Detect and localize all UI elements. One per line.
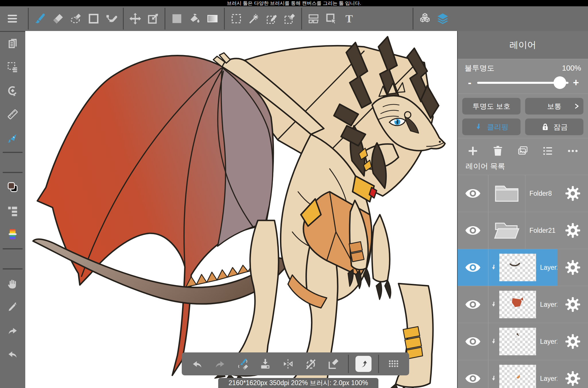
canvas[interactable]: 2160*1620px 350dpi 202% 브러시: 2.0px 100% <box>25 31 457 388</box>
sidebar-color-bar-button[interactable] <box>0 222 25 246</box>
quick-pointer-button[interactable] <box>355 356 372 372</box>
sidebar-rotate-canvas-button[interactable] <box>0 79 25 102</box>
visibility-toggle[interactable] <box>458 212 488 249</box>
blend-mode-label: 보통 <box>547 102 562 111</box>
tool-text-button[interactable]: T <box>340 6 358 31</box>
delete-layer-button[interactable] <box>490 143 506 159</box>
pages-icon <box>6 37 19 50</box>
tool-object-select-button[interactable] <box>322 6 340 31</box>
layer-thumbnail[interactable] <box>499 254 536 281</box>
layer-name: Layer24 <box>540 338 557 346</box>
lock-button[interactable]: 잠금 <box>525 119 583 135</box>
sidebar-undo-button[interactable] <box>0 342 25 366</box>
tool-select-pen-button[interactable] <box>263 6 281 31</box>
tool-magic-wand-button[interactable] <box>245 6 263 31</box>
layer-row[interactable]: Folder8 <box>458 175 588 212</box>
floating-toolbar-separator <box>348 355 349 373</box>
add-layer-button[interactable] <box>465 143 481 159</box>
layer-row[interactable]: Layer23 <box>458 360 588 388</box>
layer-settings-button[interactable] <box>557 286 588 323</box>
eraser-icon <box>51 12 65 25</box>
select-menu-icon <box>6 61 19 73</box>
tool-select-rect-button[interactable] <box>227 6 245 31</box>
sidebar-hand-button[interactable] <box>0 272 25 295</box>
add-layer-icon <box>467 145 479 157</box>
more-options-button[interactable] <box>565 143 581 159</box>
blend-mode-button[interactable]: 보통 <box>525 98 583 115</box>
tool-select-eraser-button[interactable] <box>281 6 299 31</box>
sidebar-pages-button[interactable] <box>0 32 25 55</box>
protect-alpha-button[interactable]: 투명도 보호 <box>462 98 521 115</box>
sidebar-pen-button[interactable] <box>0 295 25 319</box>
save-button[interactable] <box>257 356 273 372</box>
flip-horizontal-button[interactable] <box>280 356 296 372</box>
layer-thumbnail[interactable] <box>499 365 536 388</box>
clip-indicator-icon <box>490 301 498 308</box>
tool-layers-button[interactable] <box>434 6 452 31</box>
tool-move-button[interactable] <box>126 6 144 31</box>
layer-row[interactable]: Layer26 <box>458 249 588 286</box>
clear-layer-button[interactable] <box>325 356 341 372</box>
sidebar-brush-list-button[interactable] <box>0 199 25 222</box>
redo-button[interactable] <box>212 356 228 372</box>
sidebar-divider <box>3 248 23 249</box>
tool-lasso-eraser-button[interactable] <box>67 6 85 31</box>
tool-help-bar: 브러시 툴은 다양한 브러시를 통해 캔버스를 그리는 툴 입니다. <box>0 0 588 6</box>
tool-panel-divide-button[interactable] <box>305 6 322 31</box>
duplicate-layer-button[interactable] <box>515 143 531 159</box>
tool-material-button[interactable] <box>416 6 434 31</box>
list-view-icon <box>541 145 554 157</box>
tool-transform-button[interactable] <box>144 6 162 31</box>
no-rotate-button[interactable] <box>303 356 319 372</box>
opacity-decrease-button[interactable]: - <box>465 77 475 88</box>
layer-actions-bar <box>465 142 581 160</box>
sidebar-color-swatch-button[interactable] <box>0 175 25 199</box>
visibility-toggle[interactable] <box>458 360 488 388</box>
layer-settings-button[interactable] <box>557 323 588 360</box>
opacity-slider-knob[interactable] <box>554 76 566 89</box>
undo-button[interactable] <box>189 356 205 372</box>
folder-open-icon <box>493 220 521 241</box>
layer-row[interactable]: Folder21 <box>458 212 588 249</box>
tool-gradient-button[interactable] <box>204 6 221 31</box>
opacity-increase-button[interactable]: + <box>571 77 581 88</box>
drag-handle-button[interactable] <box>386 356 402 372</box>
clipping-button[interactable]: 클리핑 <box>462 119 521 135</box>
transform-icon <box>146 12 160 25</box>
sidebar-select-menu-button[interactable] <box>0 55 25 79</box>
sidebar-ruler-button[interactable] <box>0 102 25 126</box>
sidebar-snap-button[interactable] <box>0 126 25 150</box>
opacity-slider[interactable] <box>477 82 568 84</box>
tool-shape-rect-button[interactable] <box>85 6 102 31</box>
shape-rect-icon <box>87 12 100 25</box>
list-view-button[interactable] <box>540 143 556 159</box>
layer-thumbnail[interactable] <box>499 328 536 355</box>
visibility-toggle[interactable] <box>458 175 488 212</box>
layer-settings-button[interactable] <box>557 249 588 286</box>
sidebar-redo-button[interactable] <box>0 319 25 342</box>
layer-settings-button[interactable] <box>557 175 588 212</box>
layer-row[interactable]: Layer25 <box>458 286 588 323</box>
tool-brush-button[interactable] <box>31 6 49 31</box>
gear-icon <box>565 296 581 313</box>
tool-curve-pen-button[interactable] <box>102 6 120 31</box>
tool-fill-swatch-button[interactable] <box>168 6 186 31</box>
layer-settings-button[interactable] <box>557 360 588 388</box>
visibility-toggle[interactable] <box>458 249 488 286</box>
tool-menu-button[interactable] <box>0 6 25 31</box>
top-toolbar: T <box>0 6 588 31</box>
layer-row[interactable]: Layer24 <box>458 323 588 360</box>
layers-panel-header: 레이어 <box>458 31 588 59</box>
select-rect-icon <box>230 12 243 25</box>
undo-icon <box>191 357 204 370</box>
tool-eraser-button[interactable] <box>49 6 67 31</box>
visibility-toggle[interactable] <box>458 323 488 360</box>
rotate-canvas-icon <box>6 84 19 97</box>
tool-bucket-button[interactable] <box>186 6 204 31</box>
layer-name: Layer25 <box>540 301 557 309</box>
curve-pen-icon <box>105 12 118 25</box>
layer-settings-button[interactable] <box>557 212 588 249</box>
visibility-toggle[interactable] <box>458 286 488 323</box>
brush-eraser-toggle-button[interactable] <box>235 356 251 372</box>
layer-thumbnail[interactable] <box>499 291 536 318</box>
